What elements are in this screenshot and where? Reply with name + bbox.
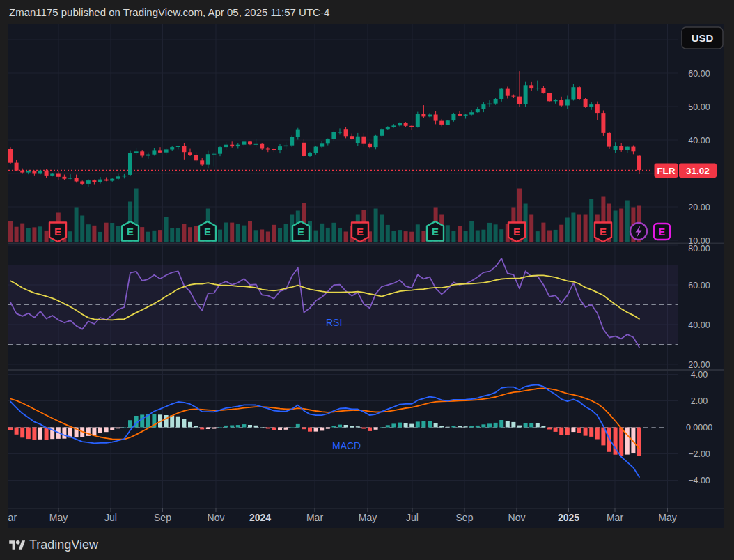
svg-text:50.00: 50.00: [688, 102, 710, 112]
svg-text:E: E: [659, 226, 665, 238]
svg-text:USD: USD: [692, 32, 714, 44]
svg-text:2025: 2025: [558, 512, 579, 523]
svg-text:Nov: Nov: [208, 512, 225, 523]
svg-text:E: E: [357, 226, 364, 238]
svg-text:E: E: [513, 226, 520, 238]
svg-text:MACD: MACD: [332, 440, 361, 451]
svg-text:E: E: [600, 226, 607, 238]
svg-text:E: E: [204, 226, 211, 238]
svg-text:Nov: Nov: [508, 512, 526, 523]
svg-text:Sep: Sep: [456, 512, 474, 523]
svg-text:80.00: 80.00: [688, 244, 710, 254]
svg-text:40.00: 40.00: [688, 136, 710, 146]
svg-text:E: E: [432, 226, 439, 238]
svg-text:May: May: [49, 512, 68, 523]
svg-text:Jul: Jul: [406, 512, 419, 523]
svg-text:0.0000: 0.0000: [686, 423, 712, 433]
svg-text:Mar: Mar: [8, 512, 17, 523]
svg-text:60.00: 60.00: [688, 281, 710, 290]
svg-text:RSI: RSI: [326, 317, 342, 328]
svg-text:May: May: [359, 512, 377, 523]
svg-text:20.00: 20.00: [688, 360, 710, 370]
svg-text:Mar: Mar: [607, 512, 623, 523]
svg-text:2024: 2024: [249, 512, 271, 523]
svg-text:Sep: Sep: [154, 512, 171, 523]
svg-text:E: E: [54, 226, 61, 238]
svg-text:60.00: 60.00: [688, 69, 710, 79]
svg-text:−2.00: −2.00: [688, 449, 710, 459]
svg-text:2.00: 2.00: [691, 396, 708, 406]
svg-text:31.02: 31.02: [686, 166, 710, 176]
svg-text:40.00: 40.00: [688, 320, 710, 330]
svg-text:20.00: 20.00: [688, 203, 710, 212]
svg-text:May: May: [658, 512, 676, 523]
svg-text:Jul: Jul: [104, 512, 117, 523]
svg-text:Mar: Mar: [306, 512, 323, 523]
svg-text:4.00: 4.00: [691, 370, 708, 380]
svg-text:−4.00: −4.00: [688, 476, 710, 485]
svg-text:FLR: FLR: [657, 166, 675, 176]
svg-text:E: E: [297, 226, 304, 238]
svg-text:E: E: [127, 226, 134, 238]
